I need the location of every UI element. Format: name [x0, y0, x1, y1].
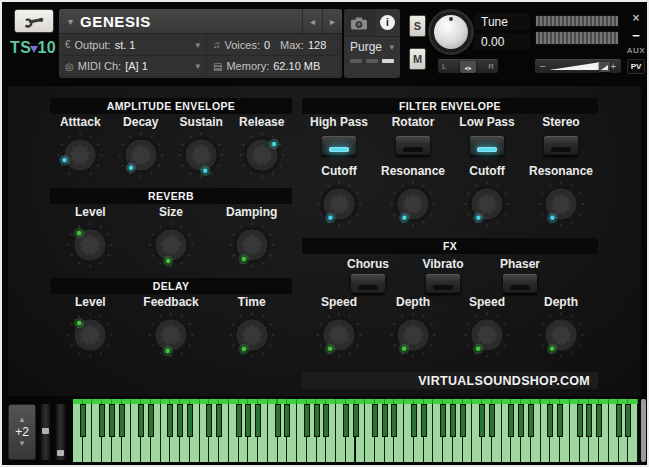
prev-instrument-button[interactable]: ◂ [302, 9, 322, 33]
black-key[interactable] [275, 404, 281, 437]
black-key[interactable] [411, 404, 417, 437]
filter-cutoff-knob[interactable] [316, 181, 362, 227]
voices-value: 0 [264, 39, 270, 51]
black-key[interactable] [518, 404, 524, 437]
pitch-wheel-handle[interactable] [42, 428, 49, 434]
black-key[interactable] [479, 404, 485, 437]
snapshot-button[interactable] [344, 9, 375, 36]
delay-time-knob[interactable] [229, 312, 275, 358]
vibrato-switch[interactable] [426, 274, 460, 293]
filter-resonance-knob[interactable] [538, 181, 584, 227]
black-key[interactable] [216, 404, 222, 437]
black-key[interactable] [245, 404, 251, 437]
tune-knob[interactable] [431, 12, 471, 52]
keyboard-scrollbar[interactable] [641, 399, 646, 462]
black-key[interactable] [177, 404, 183, 437]
low-pass-switch[interactable] [470, 136, 504, 155]
output-dropdown-icon[interactable]: ▾ [195, 40, 200, 50]
info-button[interactable]: i [375, 9, 400, 36]
filter-cutoff-knob[interactable] [464, 181, 510, 227]
black-key[interactable] [460, 404, 466, 437]
black-key[interactable] [99, 404, 105, 437]
black-key[interactable] [236, 404, 242, 437]
reverb-level-knob[interactable] [67, 222, 113, 268]
delay-level-knob[interactable] [67, 312, 113, 358]
black-key[interactable] [382, 404, 388, 437]
black-key[interactable] [586, 404, 592, 437]
fx-speed-knob[interactable] [316, 312, 362, 358]
black-key[interactable] [187, 404, 193, 437]
black-key[interactable] [616, 404, 622, 437]
phaser-switch[interactable] [503, 274, 537, 293]
black-key[interactable] [391, 404, 397, 437]
black-key[interactable] [255, 404, 261, 437]
stereo-switch[interactable] [544, 136, 578, 155]
black-key[interactable] [206, 404, 212, 437]
purge-menu[interactable]: Purge ▾ [344, 37, 400, 55]
amplitude-decay-knob[interactable] [118, 132, 164, 178]
transpose-control[interactable]: ▲ +2 ▼ [8, 404, 36, 460]
amplitude-atttack-knob[interactable] [57, 132, 103, 178]
amplitude-release-knob[interactable] [239, 132, 285, 178]
black-key[interactable] [314, 404, 320, 437]
volume-slider[interactable]: − + [535, 59, 621, 73]
pv-button[interactable]: PV [627, 59, 645, 74]
delay-feedback-knob[interactable] [148, 312, 194, 358]
amplitude-knob-label: Atttack [60, 114, 101, 130]
black-key[interactable] [577, 404, 583, 437]
black-key[interactable] [421, 404, 427, 437]
solo-button[interactable]: S [409, 15, 426, 37]
reverb-damping-knob[interactable] [229, 222, 275, 268]
pan-handle[interactable]: ◂|▸ [460, 61, 476, 73]
black-key[interactable] [80, 404, 86, 437]
black-key[interactable] [557, 404, 563, 437]
fx-depth-knob[interactable] [390, 312, 436, 358]
fx-speed-knob[interactable] [464, 312, 510, 358]
close-button[interactable]: × [626, 11, 646, 25]
mod-wheel-handle[interactable] [57, 450, 64, 456]
black-key[interactable] [323, 404, 329, 437]
mute-button[interactable]: M [409, 48, 426, 70]
next-instrument-button[interactable]: ▸ [322, 9, 342, 33]
black-key[interactable] [489, 404, 495, 437]
volume-handle[interactable] [599, 62, 610, 72]
reverb-size-knob[interactable] [148, 222, 194, 268]
fx-depth-knob[interactable] [538, 312, 584, 358]
black-key[interactable] [343, 404, 349, 437]
transpose-down-icon[interactable]: ▼ [18, 440, 26, 448]
black-key[interactable] [372, 404, 378, 437]
transpose-up-icon[interactable]: ▲ [18, 416, 26, 424]
black-key[interactable] [304, 404, 310, 437]
black-key[interactable] [148, 404, 154, 437]
black-key[interactable] [353, 404, 359, 437]
piano-keyboard[interactable] [73, 399, 638, 462]
black-key[interactable] [596, 404, 602, 437]
black-key[interactable] [119, 404, 125, 437]
minimize-button[interactable]: − [626, 28, 646, 43]
wrench-button[interactable] [14, 9, 54, 33]
black-key[interactable] [167, 404, 173, 437]
black-key[interactable] [109, 404, 115, 437]
black-key[interactable] [450, 404, 456, 437]
rotator-switch[interactable] [396, 136, 430, 155]
black-key[interactable] [284, 404, 290, 437]
midi-channel-select[interactable]: ◎ MIDI Ch: [A] 1 ▾ [59, 56, 207, 77]
output-select[interactable]: € Output: st. 1 ▾ [59, 34, 207, 56]
tune-value-box[interactable]: 0.00 [474, 33, 530, 50]
black-key[interactable] [508, 404, 514, 437]
black-key[interactable] [440, 404, 446, 437]
pan-slider[interactable]: L ◂|▸ R [438, 59, 498, 73]
mod-wheel[interactable] [55, 403, 66, 461]
black-key[interactable] [547, 404, 553, 437]
amplitude-sustain-knob[interactable] [178, 132, 224, 178]
chorus-switch[interactable] [351, 274, 385, 293]
high-pass-switch[interactable] [322, 136, 356, 155]
collapse-caret-icon[interactable]: ▾ [68, 16, 73, 27]
filter-resonance-knob[interactable] [390, 181, 436, 227]
black-key[interactable] [138, 404, 144, 437]
pitch-wheel[interactable] [40, 403, 51, 461]
black-key[interactable] [625, 404, 631, 437]
black-key[interactable] [528, 404, 534, 437]
midi-dropdown-icon[interactable]: ▾ [195, 61, 200, 71]
aux-button[interactable]: AUX [626, 46, 646, 55]
